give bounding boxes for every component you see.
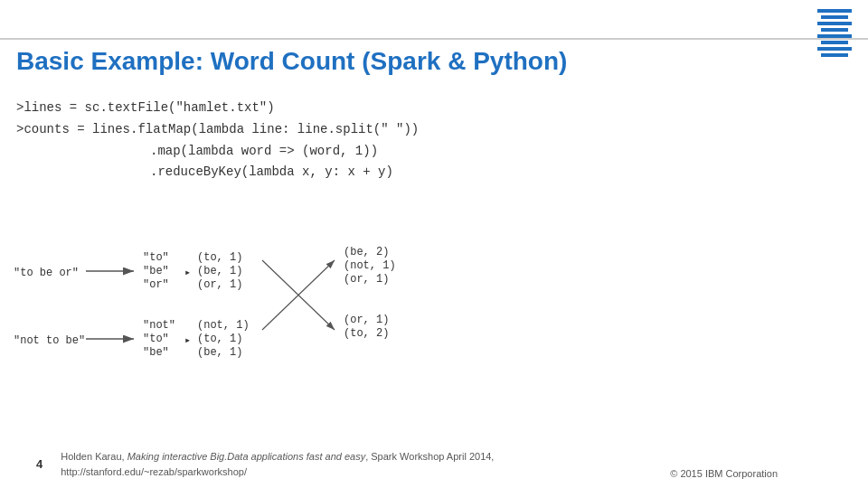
code-line-4: .reduceByKey(lambda x, y: x + y) xyxy=(16,162,419,183)
ibm-logo xyxy=(817,9,852,57)
code-line-1: >lines = sc.textFile("hamlet.txt") xyxy=(16,98,419,119)
svg-text:"not": "not" xyxy=(143,319,175,332)
code-line-3: .map(lambda word => (word, 1)) xyxy=(16,141,419,163)
code-block: >lines = sc.textFile("hamlet.txt") >coun… xyxy=(16,98,419,183)
citation-text: Holden Karau, Making interactive Big.Dat… xyxy=(61,451,494,462)
slide-number: 4 xyxy=(36,457,42,471)
svg-text:▸: ▸ xyxy=(184,334,191,347)
svg-text:(to, 2): (to, 2) xyxy=(344,327,389,340)
svg-text:"be": "be" xyxy=(143,346,169,359)
svg-text:"to": "to" xyxy=(143,251,169,264)
citation-url: http://stanford.edu/~rezab/sparkworkshop… xyxy=(61,466,247,477)
code-text-2: >counts = lines.flatMap(lambda line: lin… xyxy=(16,122,419,136)
code-text: >lines = sc.textFile("hamlet.txt") xyxy=(16,100,275,115)
svg-text:(or, 1): (or, 1) xyxy=(344,273,389,286)
svg-text:"or": "or" xyxy=(143,278,169,291)
svg-text:(or, 1): (or, 1) xyxy=(197,278,242,291)
top-rule xyxy=(0,38,868,40)
code-text-4: .reduceByKey(lambda x, y: x + y) xyxy=(150,164,393,179)
footer-citation: Holden Karau, Making interactive Big.Dat… xyxy=(61,449,494,479)
svg-text:▸: ▸ xyxy=(184,267,191,279)
svg-text:"not to be": "not to be" xyxy=(14,334,85,347)
footer-left: 4 Holden Karau, Making interactive Big.D… xyxy=(36,449,494,479)
copyright: © 2015 IBM Corporation xyxy=(670,468,778,479)
diagram-svg: text { font-family: 'Courier New', Couri… xyxy=(0,226,850,407)
svg-text:(not, 1): (not, 1) xyxy=(197,319,250,332)
svg-text:(be, 2): (be, 2) xyxy=(344,246,389,258)
svg-text:"be": "be" xyxy=(143,265,169,277)
svg-text:(or, 1): (or, 1) xyxy=(344,314,389,326)
svg-text:"to be or": "to be or" xyxy=(14,267,79,279)
slide-title: Basic Example: Word Count (Spark & Pytho… xyxy=(16,47,567,76)
svg-text:(to, 1): (to, 1) xyxy=(197,251,242,264)
svg-text:"to": "to" xyxy=(143,333,169,345)
word-count-diagram: text { font-family: 'Courier New', Couri… xyxy=(0,226,850,407)
svg-text:(not, 1): (not, 1) xyxy=(344,259,396,272)
svg-text:(be, 1): (be, 1) xyxy=(197,346,242,359)
svg-text:(be, 1): (be, 1) xyxy=(197,265,242,277)
code-text-3: .map(lambda word => (word, 1)) xyxy=(150,144,378,158)
code-line-2: >counts = lines.flatMap(lambda line: lin… xyxy=(16,119,419,141)
footer: 4 Holden Karau, Making interactive Big.D… xyxy=(36,449,778,479)
svg-text:(to, 1): (to, 1) xyxy=(197,333,242,345)
